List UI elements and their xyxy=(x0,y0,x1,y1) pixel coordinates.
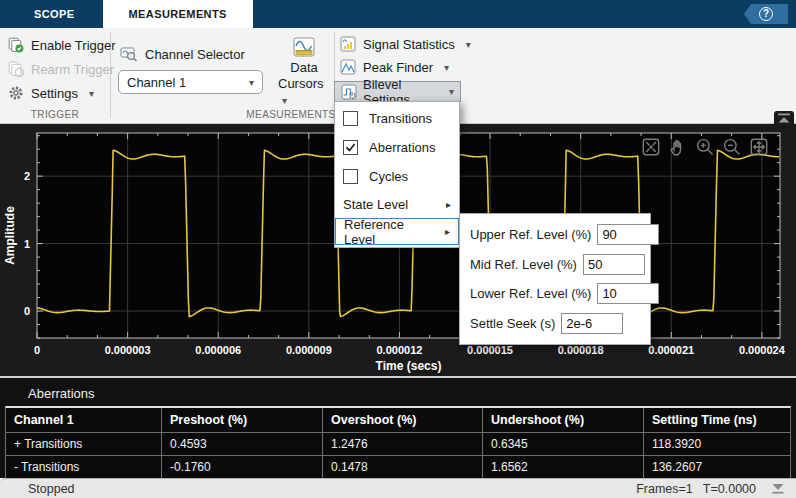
y-tick-label: 0 xyxy=(24,305,30,317)
help-button[interactable]: ? xyxy=(744,4,788,24)
chevron-down-icon: ▾ xyxy=(89,88,94,99)
rearm-trigger-button[interactable]: Rearm Trigger xyxy=(8,61,114,77)
channel-selector-button[interactable]: Channel Selector xyxy=(120,46,245,62)
autoscale-icon[interactable] xyxy=(748,136,770,158)
tab-bar: SCOPE MEASUREMENTS ? xyxy=(0,0,796,28)
x-tick-label: 0.000018 xyxy=(558,344,604,356)
chevron-down-icon: ▾ xyxy=(449,86,454,97)
aberrations-panel: Aberrations Channel 1 Preshoot (%) Overs… xyxy=(0,376,796,478)
table-cell: 118.3920 xyxy=(644,433,788,455)
trigger-settings-label: Settings xyxy=(31,86,78,101)
channel-dropdown[interactable]: Channel 1 ▾ xyxy=(118,70,263,94)
menu-item-cycles[interactable]: Cycles xyxy=(335,162,459,191)
table-row: - Transitions -0.1760 0.1478 1.6562 136.… xyxy=(6,455,790,478)
y-tick-label: 2 xyxy=(24,170,30,182)
cycles-checkbox[interactable] xyxy=(343,169,358,184)
row-label: + Transitions xyxy=(6,433,162,455)
column-header: Settling Time (ns) xyxy=(644,408,788,432)
chevron-down-icon: ▾ xyxy=(466,39,471,50)
axes-toolbar xyxy=(640,136,770,158)
bilevel-settings-icon xyxy=(341,84,357,100)
menu-item-label: Cycles xyxy=(369,169,408,184)
peak-finder-icon xyxy=(340,59,356,75)
status-state: Stopped xyxy=(28,482,75,496)
x-tick-label: 0.000015 xyxy=(467,344,513,356)
scope-window: SCOPE MEASUREMENTS ? Enable Trigger Rear… xyxy=(0,0,796,498)
submenu-arrow-icon: ▸ xyxy=(445,226,450,237)
menu-item-aberrations[interactable]: Aberrations xyxy=(335,133,459,162)
enable-trigger-label: Enable Trigger xyxy=(31,38,116,53)
row-label: - Transitions xyxy=(6,456,162,478)
y-tick-label: 1 xyxy=(24,238,30,250)
x-tick-label: 0.000024 xyxy=(739,344,786,356)
table-cell: 136.2607 xyxy=(644,456,788,478)
y-axis-label: Amplitude xyxy=(3,206,17,265)
mid-ref-level-input[interactable] xyxy=(583,254,645,275)
menu-item-label: Reference Level xyxy=(344,217,434,247)
data-cursors-label-1: Data xyxy=(290,60,317,76)
data-cursors-label-2: Cursors ▾ xyxy=(278,76,330,109)
channel-selector-icon xyxy=(120,46,138,62)
aberrations-checkbox[interactable] xyxy=(343,140,358,155)
table-row: + Transitions 0.4593 1.2476 0.6345 118.3… xyxy=(6,432,790,455)
chevron-down-icon: ▾ xyxy=(249,77,254,88)
tab-measurements[interactable]: MEASUREMENTS xyxy=(103,0,253,28)
trigger-group-label: TRIGGER xyxy=(0,109,110,120)
enable-trigger-button[interactable]: Enable Trigger xyxy=(8,37,116,53)
transitions-checkbox[interactable] xyxy=(343,111,358,126)
zoom-in-icon[interactable] xyxy=(694,136,716,158)
data-cursors-icon xyxy=(292,36,316,60)
x-tick-label: 0.000009 xyxy=(286,344,332,356)
reference-level-panel: Upper Ref. Level (%) Mid Ref. Level (%) … xyxy=(459,213,651,345)
table-header-row: Channel 1 Preshoot (%) Overshoot (%) Und… xyxy=(6,408,790,432)
menu-item-transitions[interactable]: Transitions xyxy=(335,104,459,133)
lower-ref-level-row: Lower Ref. Level (%) xyxy=(470,283,640,304)
table-cell: -0.1760 xyxy=(162,456,323,478)
peak-finder-button[interactable]: Peak Finder ▾ xyxy=(340,59,449,75)
collapse-toolstrip-button[interactable] xyxy=(774,111,794,126)
menu-item-label: Aberrations xyxy=(369,140,435,155)
menu-item-reference-level[interactable]: Reference Level ▸ xyxy=(335,218,459,245)
upper-ref-level-label: Upper Ref. Level (%) xyxy=(470,227,591,242)
signal-statistics-button[interactable]: Signal Statistics ▾ xyxy=(340,36,471,52)
column-header: Preshoot (%) xyxy=(162,408,323,432)
channel-selector-label: Channel Selector xyxy=(145,47,245,62)
signal-statistics-label: Signal Statistics xyxy=(363,37,455,52)
status-frames: Frames=1 xyxy=(636,482,693,496)
trigger-settings-button[interactable]: Settings ▾ xyxy=(8,85,94,101)
data-cursors-button[interactable]: Data Cursors ▾ xyxy=(278,36,330,109)
collapse-down-icon[interactable] xyxy=(770,482,786,495)
help-icon: ? xyxy=(759,7,773,21)
pan-icon[interactable] xyxy=(667,136,689,158)
table-cell: 0.6345 xyxy=(483,433,644,455)
tab-scope[interactable]: SCOPE xyxy=(8,0,101,28)
zoom-out-icon[interactable] xyxy=(721,136,743,158)
enable-trigger-icon xyxy=(8,37,24,53)
table-cell: 0.4593 xyxy=(162,433,323,455)
settle-seek-input[interactable] xyxy=(561,313,623,334)
status-time: T=0.0000 xyxy=(703,482,756,496)
rearm-trigger-icon xyxy=(8,61,24,77)
chevron-down-icon: ▾ xyxy=(444,62,449,73)
submenu-arrow-icon: ▸ xyxy=(446,199,451,210)
x-axis-label: Time (secs) xyxy=(376,359,442,373)
mid-ref-level-label: Mid Ref. Level (%) xyxy=(470,257,577,272)
collapse-up-icon xyxy=(777,113,791,124)
lower-ref-level-input[interactable] xyxy=(597,283,659,304)
bilevel-settings-button[interactable]: Bilevel Settings ▾ xyxy=(334,81,461,102)
aberrations-table: Channel 1 Preshoot (%) Overshoot (%) Und… xyxy=(5,406,791,480)
rearm-trigger-label: Rearm Trigger xyxy=(31,62,114,77)
settle-seek-row: Settle Seek (s) xyxy=(470,313,640,334)
x-tick-label: 0.000021 xyxy=(648,344,694,356)
upper-ref-level-input[interactable] xyxy=(597,224,659,245)
column-header: Channel 1 xyxy=(6,408,162,432)
fit-to-view-icon[interactable] xyxy=(640,136,662,158)
aberrations-title: Aberrations xyxy=(28,386,94,401)
lower-ref-level-label: Lower Ref. Level (%) xyxy=(470,286,591,301)
menu-item-label: State Level xyxy=(343,197,408,212)
status-bar: Stopped Frames=1 T=0.0000 xyxy=(0,478,796,498)
channel-dropdown-value: Channel 1 xyxy=(127,75,186,90)
x-tick-label: 0.000003 xyxy=(105,344,151,356)
peak-finder-label: Peak Finder xyxy=(363,60,433,75)
menu-item-state-level[interactable]: State Level ▸ xyxy=(335,191,459,218)
